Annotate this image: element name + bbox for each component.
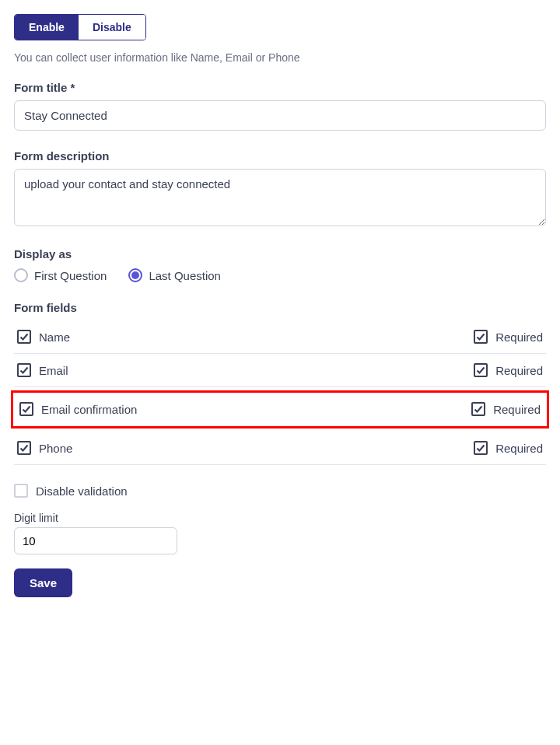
disable-validation-label: Disable validation: [36, 484, 128, 498]
disable-validation-checkbox[interactable]: [14, 484, 28, 498]
enable-toggle-button[interactable]: Enable: [15, 15, 79, 40]
field-name-label: Name: [39, 331, 70, 344]
radio-label: First Question: [34, 269, 107, 282]
radio-label: Last Question: [149, 269, 221, 282]
field-checkbox[interactable]: [19, 402, 33, 416]
field-row: NameRequired: [14, 320, 546, 354]
required-checkbox[interactable]: [474, 330, 488, 344]
field-row: PhoneRequired: [14, 432, 546, 465]
field-name-label: Email: [39, 364, 68, 377]
form-description-input[interactable]: [14, 169, 546, 226]
required-checkbox[interactable]: [474, 441, 488, 455]
required-label: Required: [495, 442, 543, 455]
field-row: EmailRequired: [14, 354, 546, 387]
form-description-label: Form description: [14, 149, 546, 163]
form-fields-group: Form fields NameRequiredEmailRequiredEma…: [14, 301, 546, 465]
field-name-label: Email confirmation: [41, 403, 137, 416]
required-label: Required: [495, 364, 543, 377]
required-label: Required: [495, 331, 543, 344]
disable-toggle-button[interactable]: Disable: [79, 15, 145, 40]
digit-limit-group: Digit limit: [14, 512, 546, 554]
required-label: Required: [493, 403, 541, 416]
form-title-group: Form title *: [14, 81, 546, 131]
save-button[interactable]: Save: [14, 568, 72, 597]
radio-last-question[interactable]: Last Question: [128, 268, 221, 282]
highlighted-field: Email confirmationRequired: [11, 390, 549, 428]
field-checkbox[interactable]: [17, 330, 31, 344]
display-as-group: Display as First Question Last Question: [14, 247, 546, 282]
field-name-label: Phone: [39, 442, 72, 455]
disable-validation-row: Disable validation: [14, 484, 546, 498]
form-description-group: Form description: [14, 149, 546, 229]
field-row: Email confirmationRequired: [16, 393, 544, 426]
field-checkbox[interactable]: [17, 441, 31, 455]
radio-icon: [14, 268, 28, 282]
helper-text: You can collect user information like Na…: [14, 51, 546, 64]
form-title-label: Form title *: [14, 81, 546, 94]
form-title-input[interactable]: [14, 100, 546, 131]
digit-limit-label: Digit limit: [14, 512, 546, 524]
radio-first-question[interactable]: First Question: [14, 268, 107, 282]
enable-disable-toggle: Enable Disable: [14, 14, 146, 40]
field-checkbox[interactable]: [17, 363, 31, 377]
display-as-label: Display as: [14, 247, 546, 261]
digit-limit-input[interactable]: [14, 527, 177, 554]
required-checkbox[interactable]: [471, 402, 485, 416]
form-fields-label: Form fields: [14, 301, 546, 314]
radio-icon: [128, 268, 142, 282]
required-checkbox[interactable]: [474, 363, 488, 377]
